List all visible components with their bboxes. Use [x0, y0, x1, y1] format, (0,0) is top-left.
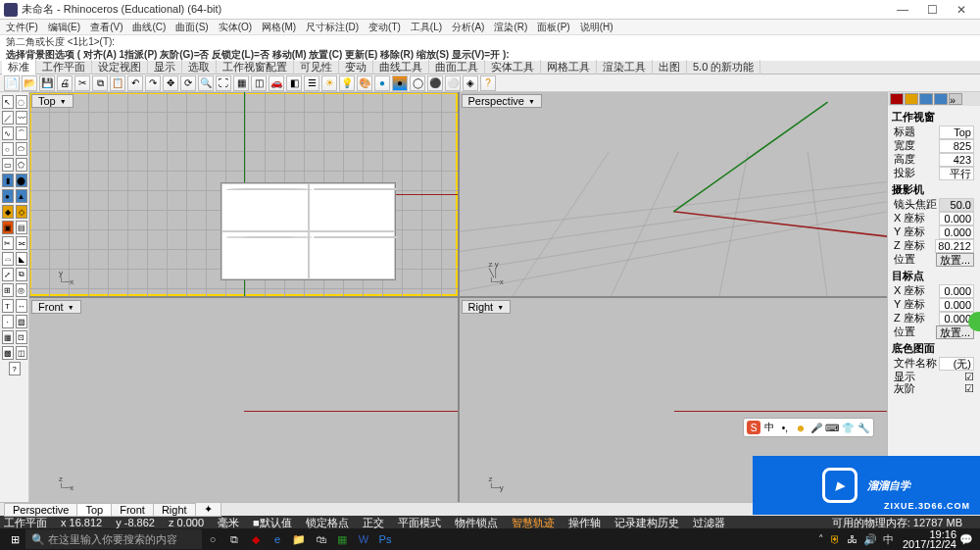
- sun-icon[interactable]: ☀: [321, 75, 337, 91]
- app-word-icon[interactable]: W: [353, 528, 374, 550]
- mesh-icon[interactable]: ▩: [2, 346, 14, 360]
- grid2-icon[interactable]: ▦: [2, 330, 14, 344]
- minimize-button[interactable]: —: [888, 0, 917, 20]
- tray-clock[interactable]: 19:16 2017/12/24: [903, 529, 956, 549]
- snap-icon[interactable]: ⊡: [16, 330, 27, 344]
- surf2-icon[interactable]: ◇: [16, 205, 27, 219]
- menu-analyze[interactable]: 分析(A): [452, 21, 484, 34]
- properties-icon[interactable]: ◈: [463, 75, 478, 91]
- tab-drafting[interactable]: 出图: [653, 60, 687, 75]
- tab-transform[interactable]: 变动: [339, 60, 373, 75]
- array-icon[interactable]: ⊞: [2, 283, 14, 297]
- paste-icon[interactable]: 📋: [110, 75, 125, 91]
- cortana-icon[interactable]: ○: [202, 528, 223, 550]
- start-button[interactable]: ⊞: [4, 528, 25, 550]
- prop-campos-button[interactable]: 放置...: [936, 253, 974, 267]
- vtab-front[interactable]: Front: [111, 503, 154, 517]
- prop-camy-value[interactable]: 0.000: [939, 225, 974, 239]
- line-icon[interactable]: ／: [2, 111, 14, 125]
- rotate-icon[interactable]: ⟳: [180, 75, 196, 91]
- panel-tab-properties[interactable]: [890, 93, 904, 105]
- prop-tgtpos-button[interactable]: 放置...: [936, 325, 974, 339]
- vtab-right[interactable]: Right: [153, 503, 196, 517]
- menu-tools[interactable]: 工具(L): [411, 21, 442, 34]
- viewport-perspective[interactable]: Perspective▼ z y╲│└─x: [460, 92, 888, 296]
- bulb-icon[interactable]: 💡: [339, 75, 355, 91]
- layers-icon[interactable]: ☰: [304, 75, 319, 91]
- polygon-icon[interactable]: ⬠: [16, 158, 27, 172]
- section-wallpaper[interactable]: 底色图面: [892, 341, 976, 356]
- prop-title-value[interactable]: Top: [939, 125, 974, 139]
- arc-icon[interactable]: ⌒: [16, 126, 27, 140]
- wire-icon[interactable]: ◯: [410, 75, 425, 91]
- tray-notifications-icon[interactable]: 💬: [959, 533, 973, 546]
- render-icon[interactable]: ●: [374, 75, 390, 91]
- menu-view[interactable]: 查看(V): [90, 21, 122, 34]
- app-ps-icon[interactable]: Ps: [374, 528, 396, 550]
- menu-surface[interactable]: 曲面(S): [175, 21, 208, 34]
- taskbar-search[interactable]: 🔍 在这里输入你要搜索的内容: [25, 529, 202, 549]
- vtab-perspective[interactable]: Perspective: [4, 503, 77, 517]
- undo-icon[interactable]: ↶: [127, 75, 143, 91]
- tab-meshtools[interactable]: 网格工具: [541, 60, 597, 75]
- viewport-front[interactable]: Front▼ z└─x: [29, 298, 458, 502]
- menu-dimension[interactable]: 尺寸标注(D): [306, 21, 359, 34]
- tray-ime-icon[interactable]: 中: [883, 532, 894, 547]
- tab-standard[interactable]: 标准: [2, 60, 36, 75]
- open-icon[interactable]: 📂: [22, 75, 37, 91]
- tab-display[interactable]: 显示: [148, 60, 182, 75]
- ime-keyboard-icon[interactable]: ⌨: [825, 421, 839, 434]
- ellipse-icon[interactable]: ⬭: [16, 142, 27, 156]
- prop-gray-check[interactable]: ☑: [964, 382, 974, 394]
- menu-render[interactable]: 渲染(R): [494, 21, 527, 34]
- zoom-icon[interactable]: 🔍: [198, 75, 214, 91]
- prop-tgtx-value[interactable]: 0.000: [939, 284, 974, 298]
- app-store-icon[interactable]: 🛍: [310, 528, 331, 550]
- prop-file-value[interactable]: (无): [939, 357, 974, 371]
- rect-icon[interactable]: ▭: [2, 158, 14, 172]
- app-edge-icon[interactable]: e: [267, 528, 288, 550]
- ime-emoji-icon[interactable]: ☻: [794, 421, 808, 434]
- ime-punct-icon[interactable]: •,: [778, 421, 792, 434]
- ime-mode[interactable]: 中: [762, 421, 776, 434]
- help-icon[interactable]: ?: [480, 75, 496, 91]
- cone-icon[interactable]: ▲: [16, 189, 27, 203]
- join-icon[interactable]: ⫘: [16, 236, 27, 250]
- section-target[interactable]: 目标点: [892, 269, 976, 283]
- tab-curvetools[interactable]: 曲线工具: [373, 60, 429, 75]
- pointer-icon[interactable]: ↖: [2, 95, 14, 109]
- point-icon[interactable]: ·: [2, 315, 14, 328]
- sphere2-icon[interactable]: ⚪: [445, 75, 461, 91]
- tab-layout[interactable]: 工作视窗配置: [217, 60, 294, 75]
- viewport-label-persp[interactable]: Perspective▼: [462, 94, 542, 108]
- menu-transform[interactable]: 变动(T): [368, 21, 401, 34]
- cut-icon[interactable]: ✂: [74, 75, 90, 91]
- section-viewport[interactable]: 工作视窗: [892, 110, 976, 125]
- menu-curve[interactable]: 曲线(C): [132, 21, 166, 34]
- viewport-label-right[interactable]: Right▼: [462, 300, 512, 314]
- tray-up-icon[interactable]: ˄: [818, 533, 824, 546]
- tray-volume-icon[interactable]: 🔊: [863, 533, 877, 546]
- tab-setview[interactable]: 设定视图: [92, 60, 148, 75]
- car-icon[interactable]: 🚗: [269, 75, 284, 91]
- grid-icon[interactable]: ▦: [233, 75, 249, 91]
- tab-visibility[interactable]: 可见性: [294, 60, 339, 75]
- tab-newfeatures[interactable]: 5.0 的新功能: [687, 60, 760, 75]
- viewport-top[interactable]: Top▼ y└─x: [29, 92, 458, 296]
- panel-tab-more[interactable]: »: [949, 93, 962, 105]
- prop-camx-value[interactable]: 0.000: [939, 212, 974, 225]
- scale-icon[interactable]: ⤢: [2, 268, 14, 281]
- app-rhino-icon[interactable]: ◆: [245, 528, 267, 550]
- viewport-icon[interactable]: ◫: [251, 75, 267, 91]
- prop-width-value[interactable]: 825: [939, 139, 974, 153]
- app-excel-icon[interactable]: ▦: [331, 528, 353, 550]
- sphere3-icon[interactable]: ●: [2, 189, 14, 203]
- extrude-icon[interactable]: ▣: [2, 221, 14, 234]
- menu-file[interactable]: 文件(F): [6, 21, 38, 34]
- menu-help[interactable]: 说明(H): [580, 21, 613, 34]
- tab-solidtools[interactable]: 实体工具: [485, 60, 541, 75]
- cplane-icon[interactable]: ◧: [286, 75, 302, 91]
- menu-panels[interactable]: 面板(P): [537, 21, 569, 34]
- lasso-icon[interactable]: ◌: [16, 95, 27, 109]
- text-icon[interactable]: T: [2, 299, 14, 313]
